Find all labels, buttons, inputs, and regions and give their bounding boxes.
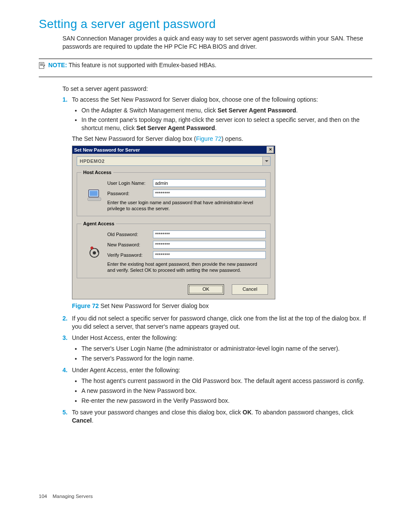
password-label: Password: (107, 190, 153, 197)
lead-in: To set a server agent password: (62, 85, 372, 93)
server-select-value: HPDEMO2 (77, 158, 262, 165)
password-input[interactable]: ******** (153, 190, 266, 197)
step1-intro: To access the Set New Password for Serve… (72, 96, 318, 103)
svg-point-11 (91, 247, 93, 249)
step-number: 5. (62, 408, 68, 417)
page: Setting a server agent password SAN Conn… (0, 0, 411, 512)
note-block: NOTE: This feature is not supported with… (39, 62, 372, 69)
dialog-title: Set New Password for Server (74, 147, 140, 153)
cancel-button[interactable]: Cancel (232, 284, 268, 295)
step4-bullet2: A new password in the New Password box. (81, 387, 372, 395)
step4-bullet1: The host agent's current password in the… (81, 377, 372, 385)
step-4: 4. Under Agent Access, enter the followi… (62, 366, 372, 405)
step-2: 2. If you did not select a specific serv… (62, 314, 372, 331)
page-title: Setting a server agent password (39, 17, 372, 31)
new-password-input[interactable]: ******** (153, 241, 266, 249)
step4-bullet3: Re-enter the new password in the Verify … (81, 397, 372, 405)
user-login-label: User Login Name: (107, 180, 153, 187)
page-footer: 104 Managing Servers (39, 494, 372, 499)
divider-bottom (39, 77, 372, 77)
host-access-legend: Host Access (81, 169, 113, 176)
user-login-input[interactable]: admin (153, 179, 266, 187)
note-text: This feature is not supported with Emule… (68, 62, 216, 68)
steps-list: 1. To access the Set New Password for Se… (62, 96, 372, 425)
step1-bullet1: On the Adapter & Switch Management menu,… (81, 106, 372, 115)
host-access-group: Host Access (77, 169, 271, 216)
server-select[interactable]: HPDEMO2 (77, 156, 271, 166)
agent-access-legend: Agent Access (81, 221, 116, 227)
set-password-dialog: Set New Password for Server ✕ HPDEMO2 Ho… (72, 146, 275, 299)
step-1: 1. To access the Set New Password for Se… (62, 96, 372, 310)
step3-bullet1: The server's User Login Name (the admini… (81, 345, 372, 353)
section-name: Managing Servers (53, 494, 93, 499)
page-number: 104 (39, 494, 47, 499)
agent-helper-text: Enter the existing host agent password, … (107, 261, 266, 274)
agent-access-group: Agent Access (77, 221, 271, 278)
chevron-down-icon[interactable] (262, 157, 270, 165)
divider-top (39, 59, 372, 59)
figure-caption: Set New Password for Server dialog box (100, 302, 209, 309)
svg-point-10 (93, 251, 96, 255)
note-label: NOTE: (48, 62, 67, 68)
step3-bullet2: The server's Password for the login name… (81, 355, 372, 363)
verify-password-label: Verify Password: (107, 252, 153, 258)
new-password-label: New Password: (107, 242, 153, 248)
svg-rect-5 (90, 191, 97, 196)
step-number: 1. (62, 96, 68, 104)
step-number: 3. (62, 334, 68, 342)
agent-icon (88, 246, 101, 258)
figure-label: Figure 72 (72, 302, 99, 309)
step1-after: The Set New Password for Server dialog b… (72, 135, 372, 143)
step-number: 4. (62, 366, 68, 374)
close-icon[interactable]: ✕ (267, 146, 274, 153)
old-password-label: Old Password: (107, 231, 153, 238)
step-3: 3. Under Host Access, enter the followin… (62, 334, 372, 363)
dialog-titlebar: Set New Password for Server ✕ (72, 146, 275, 154)
step-5: 5. To save your password changes and clo… (62, 408, 372, 425)
ok-button[interactable]: OK (188, 284, 224, 295)
intro-paragraph: SAN Connection Manager provides a quick … (62, 34, 372, 51)
step-number: 2. (62, 314, 68, 323)
computer-icon (87, 189, 102, 202)
note-icon (39, 62, 46, 69)
step1-bullet2: In the content pane's topology map, righ… (81, 116, 372, 132)
verify-password-input[interactable]: ******** (153, 251, 266, 259)
figure-link[interactable]: Figure 72 (196, 135, 221, 142)
host-helper-text: Enter the user login name and password t… (107, 200, 266, 212)
svg-rect-6 (88, 198, 101, 201)
old-password-input[interactable]: ******** (153, 230, 266, 238)
